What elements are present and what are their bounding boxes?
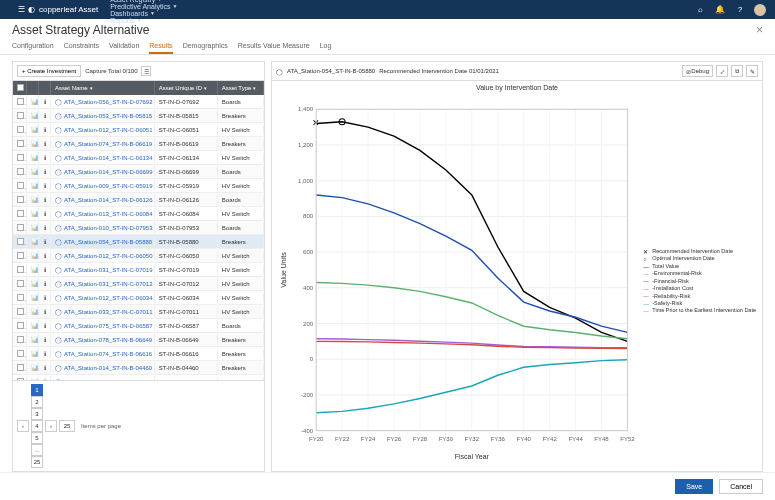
tab-configuration[interactable]: Configuration: [12, 39, 54, 54]
table-row[interactable]: 📊ℹ◯ATA_Station-014_ST-IN-D-06126 ▾ST-IN-…: [13, 193, 264, 207]
row-chart-icon[interactable]: 📊: [27, 208, 39, 219]
row-chart-icon[interactable]: 📊: [27, 362, 39, 373]
row-asset-name[interactable]: ◯ATA_Station-012_ST-IN-C-06051 ▾: [51, 124, 155, 135]
row-checkbox[interactable]: [13, 96, 27, 108]
row-asset-name[interactable]: ◯ATA_Station-013_ST-IN-C-06084 ▾: [51, 208, 155, 219]
row-info-icon[interactable]: ℹ: [39, 278, 51, 289]
row-info-icon[interactable]: ℹ: [39, 124, 51, 135]
row-info-icon[interactable]: ℹ: [39, 194, 51, 205]
pager-page[interactable]: 2: [31, 396, 43, 408]
row-info-icon[interactable]: ℹ: [39, 152, 51, 163]
debug-button[interactable]: ⊘ Debug: [682, 65, 713, 77]
row-chart-icon[interactable]: 📊: [27, 334, 39, 345]
row-checkbox[interactable]: [13, 194, 27, 206]
table-row[interactable]: 📊ℹ◯ATA_Station-075_ST-IN-D-06587 ▾ST-IN-…: [13, 319, 264, 333]
row-checkbox[interactable]: [13, 110, 27, 122]
row-info-icon[interactable]: ℹ: [39, 250, 51, 261]
help-icon[interactable]: ?: [733, 3, 747, 17]
pager-page[interactable]: 1: [31, 384, 43, 396]
col-asset-name[interactable]: Asset Name: [51, 81, 155, 95]
row-chart-icon[interactable]: 📊: [27, 110, 39, 121]
row-chart-icon[interactable]: 📊: [27, 96, 39, 107]
tab-validation[interactable]: Validation: [109, 39, 139, 54]
table-row[interactable]: 📊ℹ◯ATA_Station-056_ST-IN-D-07692 ▾ST-IN-…: [13, 95, 264, 109]
table-row[interactable]: 📊ℹ◯ATA_Station-031_ST-IN-C-07012 ▾ST-IN-…: [13, 277, 264, 291]
row-asset-name[interactable]: ◯ATA_Station-014_ST-IN-B-04460 ▾: [51, 362, 155, 373]
expand-icon[interactable]: ⤢: [716, 65, 728, 77]
create-investment-button[interactable]: + Create Investment: [17, 65, 81, 77]
nav-item[interactable]: Predictive Analytics ▼: [110, 3, 177, 10]
row-chart-icon[interactable]: 📊: [27, 152, 39, 163]
table-row[interactable]: 📊ℹ◯ATA_Station-031_ST-IN-C-07019 ▾ST-IN-…: [13, 263, 264, 277]
row-info-icon[interactable]: ℹ: [39, 208, 51, 219]
row-chart-icon[interactable]: 📊: [27, 278, 39, 289]
table-row[interactable]: 📊ℹ◯ATA_Station-014_ST-IN-D-06699 ▾ST-IN-…: [13, 165, 264, 179]
table-row[interactable]: 📊ℹ◯ATA_Station-012_ST-IN-C-06051 ▾ST-IN-…: [13, 123, 264, 137]
row-chart-icon[interactable]: 📊: [27, 124, 39, 135]
tab-results-value-measure[interactable]: Results Value Measure: [238, 39, 310, 54]
row-checkbox[interactable]: [13, 138, 27, 150]
row-info-icon[interactable]: ℹ: [39, 292, 51, 303]
row-checkbox[interactable]: [13, 278, 27, 290]
save-button[interactable]: Save: [675, 479, 713, 494]
row-checkbox[interactable]: [13, 152, 27, 164]
row-info-icon[interactable]: ℹ: [39, 264, 51, 275]
row-checkbox[interactable]: [13, 306, 27, 318]
table-row[interactable]: 📊ℹ◯ATA_Station-012_ST-IN-C-06034 ▾ST-IN-…: [13, 291, 264, 305]
row-checkbox[interactable]: [13, 334, 27, 346]
row-asset-name[interactable]: ◯ATA_Station-012_ST-IN-C-06034 ▾: [51, 292, 155, 303]
row-chart-icon[interactable]: 📊: [27, 348, 39, 359]
row-info-icon[interactable]: ℹ: [39, 166, 51, 177]
row-asset-name[interactable]: ◯ATA_Station-074_ST-IN-B-06619 ▾: [51, 138, 155, 149]
pager-page[interactable]: ...: [31, 444, 43, 456]
row-asset-name[interactable]: ◯ATA_Station-078_ST-IN-B-06649 ▾: [51, 334, 155, 345]
row-asset-name[interactable]: ◯ATA_Station-014_ST-IN-D-06699 ▾: [51, 166, 155, 177]
row-asset-name[interactable]: ◯ATA_Station-012_ST-IN-C-06050 ▾: [51, 250, 155, 261]
row-asset-name[interactable]: ◯ATA_Station-009_ST-IN-C-05919 ▾: [51, 180, 155, 191]
row-chart-icon[interactable]: 📊: [27, 306, 39, 317]
close-icon[interactable]: ×: [756, 23, 763, 37]
table-row[interactable]: 📊ℹ◯ATA_Station-074_ST-IN-B-06616 ▾ST-IN-…: [13, 347, 264, 361]
row-asset-name[interactable]: ◯ATA_Station-010_ST-IN-D-07953 ▾: [51, 222, 155, 233]
pager-page[interactable]: 4: [31, 420, 43, 432]
row-checkbox[interactable]: [13, 264, 27, 276]
table-row[interactable]: 📊ℹ◯ATA_Station-014_ST-IN-B-04460 ▾ST-IN-…: [13, 361, 264, 375]
row-checkbox[interactable]: [13, 222, 27, 234]
table-row[interactable]: 📊ℹ◯ATA_Station-054_ST-IN-B-05880 ▾ST-IN-…: [13, 235, 264, 249]
row-info-icon[interactable]: ℹ: [39, 110, 51, 121]
search-icon[interactable]: ⌕: [693, 3, 707, 17]
pager-page[interactable]: 5: [31, 432, 43, 444]
row-checkbox[interactable]: [13, 362, 27, 374]
row-checkbox[interactable]: [13, 236, 27, 248]
row-asset-name[interactable]: ◯ATA_Station-033_ST-IN-C-07011 ▾: [51, 306, 155, 317]
col-select[interactable]: [13, 81, 27, 95]
row-chart-icon[interactable]: 📊: [27, 222, 39, 233]
row-info-icon[interactable]: ℹ: [39, 96, 51, 107]
row-asset-name[interactable]: ◯ATA_Station-014_ST-IN-D-06126 ▾: [51, 194, 155, 205]
row-checkbox[interactable]: [13, 250, 27, 262]
row-checkbox[interactable]: [13, 320, 27, 332]
row-chart-icon[interactable]: 📊: [27, 236, 39, 247]
row-asset-name[interactable]: ◯ATA_Station-031_ST-IN-C-07019 ▾: [51, 264, 155, 275]
row-info-icon[interactable]: ℹ: [39, 334, 51, 345]
row-checkbox[interactable]: [13, 166, 27, 178]
row-checkbox[interactable]: [13, 292, 27, 304]
cancel-button[interactable]: Cancel: [719, 479, 763, 494]
row-info-icon[interactable]: ℹ: [39, 320, 51, 331]
row-chart-icon[interactable]: 📊: [27, 138, 39, 149]
row-chart-icon[interactable]: 📊: [27, 264, 39, 275]
bell-icon[interactable]: 🔔: [713, 3, 727, 17]
app-menu-icon[interactable]: ☰: [14, 3, 28, 17]
row-asset-name[interactable]: ◯ATA_Station-054_ST-IN-B-05880 ▾: [51, 236, 155, 247]
row-checkbox[interactable]: [13, 348, 27, 360]
row-chart-icon[interactable]: 📊: [27, 180, 39, 191]
table-row[interactable]: 📊ℹ◯ATA_Station-009_ST-IN-C-05919 ▾ST-IN-…: [13, 179, 264, 193]
row-asset-name[interactable]: ◯ATA_Station-074_ST-IN-B-06616 ▾: [51, 348, 155, 359]
nav-item[interactable]: Dashboards ▼: [110, 10, 177, 17]
row-info-icon[interactable]: ℹ: [39, 306, 51, 317]
tab-constraints[interactable]: Constraints: [64, 39, 99, 54]
row-asset-name[interactable]: ◯ATA_Station-053_ST-IN-B-05815 ▾: [51, 110, 155, 121]
row-info-icon[interactable]: ℹ: [39, 362, 51, 373]
table-row[interactable]: 📊ℹ◯ATA_Station-014_ST-IN-C-06134 ▾ST-IN-…: [13, 151, 264, 165]
pager-prev[interactable]: ‹: [17, 420, 29, 432]
